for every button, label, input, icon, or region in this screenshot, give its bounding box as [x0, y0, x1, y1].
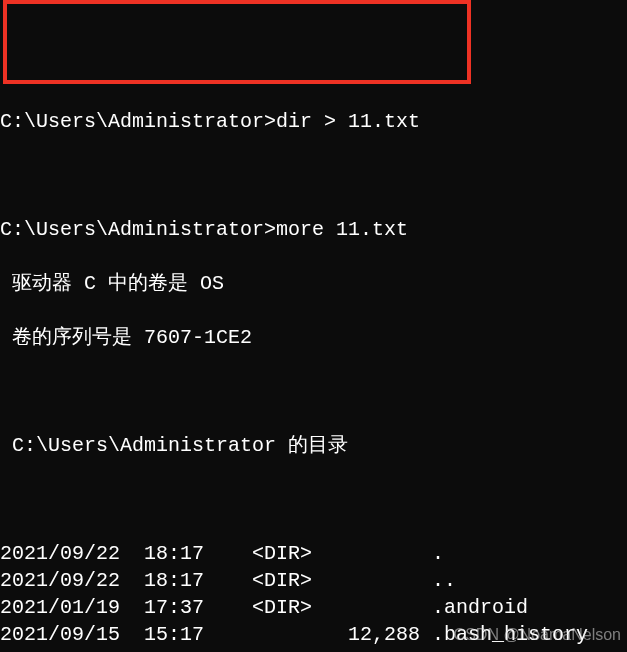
prompt-path: C:\Users\Administrator> — [0, 218, 276, 241]
prompt-path: C:\Users\Administrator> — [0, 110, 276, 133]
list-item: 2021/01/19 17:37 <DIR> .android — [0, 594, 627, 621]
blank-line — [0, 486, 627, 513]
serial-line: 卷的序列号是 7607-1CE2 — [0, 324, 627, 351]
prompt-line-1: C:\Users\Administrator>dir > 11.txt — [0, 108, 627, 135]
list-item: 2021/09/22 18:17 <DIR> .. — [0, 567, 627, 594]
watermark: CSDN @NoamaNelson — [454, 624, 621, 646]
directory-of-line: C:\Users\Administrator 的目录 — [0, 432, 627, 459]
command-text[interactable]: dir > 11.txt — [276, 110, 420, 133]
blank-line — [0, 162, 627, 189]
volume-line: 驱动器 C 中的卷是 OS — [0, 270, 627, 297]
highlight-box — [3, 0, 471, 84]
command-text[interactable]: more 11.txt — [276, 218, 408, 241]
list-item: 2021/09/22 18:17 <DIR> . — [0, 540, 627, 567]
prompt-line-2: C:\Users\Administrator>more 11.txt — [0, 216, 627, 243]
list-item: 2021/07/11 17:44 <DIR> .docker — [0, 648, 627, 652]
blank-line — [0, 378, 627, 405]
